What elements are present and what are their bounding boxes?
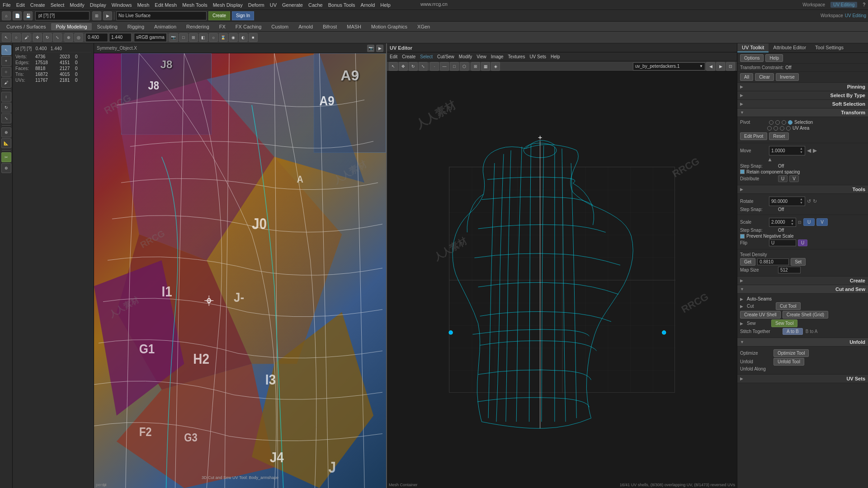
tools-section-header[interactable]: ▶ Tools xyxy=(737,185,868,194)
retain-spacing-check[interactable] xyxy=(740,169,745,174)
uv-menu-uvsets[interactable]: UV Sets xyxy=(529,54,546,59)
tab-uv-toolkit[interactable]: UV Toolkit xyxy=(737,43,769,52)
pivot-radio-2[interactable] xyxy=(775,120,780,125)
pivot-radio-3[interactable] xyxy=(782,120,786,125)
create-uv-shell-btn[interactable]: Create UV Shell xyxy=(740,311,781,319)
pivot-radio-4[interactable] xyxy=(767,126,772,131)
menu-edit-mesh[interactable]: Edit Mesh xyxy=(155,2,177,8)
pivot-radio-1[interactable] xyxy=(769,120,774,125)
move-left-arrow[interactable]: ◀ xyxy=(807,147,811,154)
uv-menu-image[interactable]: Image xyxy=(491,54,504,59)
distribute-v-btn[interactable]: V xyxy=(789,175,799,182)
uv-sets-section-header[interactable]: ▶ UV Sets xyxy=(737,375,868,383)
sew-tool-btn[interactable]: Sew Tool xyxy=(771,319,797,327)
optimize-tool-btn[interactable]: Optimize Tool xyxy=(774,349,809,357)
tab-rendering[interactable]: Rendering xyxy=(182,23,214,30)
scale-v-btn[interactable]: V xyxy=(816,218,828,226)
scale-value[interactable]: 2.0000 xyxy=(771,220,785,225)
move-up-arrow[interactable]: ▲ xyxy=(800,147,803,150)
pivot-radio-5[interactable] xyxy=(774,126,778,131)
uv-grid-icon[interactable]: ⊞ xyxy=(471,62,480,71)
xray-icon[interactable]: ◐ xyxy=(239,33,248,42)
rotate-tool[interactable]: ↻ xyxy=(1,103,11,113)
flip-u-btn[interactable]: U xyxy=(798,239,807,246)
menu-file[interactable]: File xyxy=(3,2,11,8)
uv-menu-modify[interactable]: Modify xyxy=(459,54,472,59)
move-icon[interactable]: ✥ xyxy=(33,33,42,42)
rotate-ccw-btn[interactable]: ↺ xyxy=(807,198,811,204)
select-tool-icon[interactable]: ↖ xyxy=(2,33,11,42)
file-icon[interactable]: 📄 xyxy=(13,11,22,20)
edit-pivot-btn[interactable]: Edit Pivot xyxy=(740,132,767,140)
uv-menu-select[interactable]: Select xyxy=(420,54,433,59)
stitch-a-btn[interactable]: A to B xyxy=(783,328,803,335)
tab-animation[interactable]: Animation xyxy=(150,23,181,30)
uv-scale-icon[interactable]: ⤡ xyxy=(419,62,428,71)
tab-arnold[interactable]: Arnold xyxy=(294,23,317,30)
snap-tool[interactable]: ⊕ xyxy=(1,127,11,137)
move-right-arrow[interactable]: ▶ xyxy=(813,147,817,154)
uv-menu-edit[interactable]: Edit xyxy=(390,54,397,59)
menu-uv[interactable]: UV xyxy=(270,2,277,8)
tab-poly-modeling[interactable]: Poly Modeling xyxy=(51,23,91,30)
sign-in-btn[interactable]: Sign In xyxy=(236,13,250,18)
unfold-tool-btn[interactable]: Unfold Tool xyxy=(774,358,804,366)
uv-fit-icon[interactable]: ⊡ xyxy=(726,62,735,71)
3d-render-icon[interactable]: ▶ xyxy=(376,45,383,52)
scale-down[interactable]: ▼ xyxy=(791,222,794,226)
menu-mesh[interactable]: Mesh xyxy=(137,2,149,8)
distribute-u-btn[interactable]: U xyxy=(778,175,788,182)
move-up-icon[interactable]: ▲ xyxy=(767,156,773,163)
resolution-icon[interactable]: ■ xyxy=(249,33,258,42)
unfold-section-header[interactable]: ▼ Unfold xyxy=(737,338,868,347)
tab-attribute-editor[interactable]: Attribute Editor xyxy=(769,43,811,52)
cam-icon[interactable]: 📷 xyxy=(169,33,178,42)
get-btn[interactable]: Get xyxy=(740,258,755,266)
tab-fx-caching[interactable]: FX Caching xyxy=(231,23,266,30)
menu-display[interactable]: Display xyxy=(90,2,106,8)
clear-btn[interactable]: Clear xyxy=(755,73,774,81)
pivot-radio-selection[interactable] xyxy=(788,120,793,125)
cut-sew-tool[interactable]: ✂ xyxy=(1,152,11,162)
shade-icon[interactable]: ◧ xyxy=(199,33,208,42)
tab-motion-graphics[interactable]: Motion Graphics xyxy=(367,23,412,30)
tab-xgen[interactable]: XGen xyxy=(413,23,434,30)
tab-curves-surfaces[interactable]: Curves / Surfaces xyxy=(2,23,50,30)
menu-bonus-tools[interactable]: Bonus Tools xyxy=(328,2,355,8)
smooth-icon[interactable]: ⌛ xyxy=(219,33,228,42)
menu-windows[interactable]: Windows xyxy=(112,2,132,8)
save-icon[interactable]: 💾 xyxy=(24,11,33,20)
transform-tool[interactable]: + xyxy=(1,56,11,66)
rotate-cw-btn[interactable]: ↻ xyxy=(813,198,817,204)
tab-custom[interactable]: Custom xyxy=(267,23,293,30)
scale-up[interactable]: ▲ xyxy=(791,219,794,222)
lasso-tool[interactable]: ○ xyxy=(1,67,11,77)
pivot-radio-uv-area[interactable] xyxy=(786,126,791,131)
isolate-icon[interactable]: ◉ xyxy=(229,33,238,42)
texel-val[interactable]: 0.8810 xyxy=(760,259,774,264)
help-btn[interactable]: Help xyxy=(765,54,783,62)
rotate-down[interactable]: ▼ xyxy=(800,201,803,205)
set-btn[interactable]: Set xyxy=(791,258,806,266)
tab-bifrost[interactable]: Bifrost xyxy=(318,23,341,30)
menu-mesh-display[interactable]: Mesh Display xyxy=(213,2,243,8)
measure-tool[interactable]: 📐 xyxy=(1,138,11,148)
menu-mesh-tools[interactable]: Mesh Tools xyxy=(182,2,207,8)
rotate-up[interactable]: ▲ xyxy=(800,197,803,201)
select-tool[interactable]: ↖ xyxy=(1,45,11,55)
uv-distort-icon[interactable]: ◈ xyxy=(491,62,500,71)
menu-arnold[interactable]: Arnold xyxy=(360,2,375,8)
uv-texture-nav-prev[interactable]: ◀ xyxy=(706,62,715,71)
cut-tool-btn[interactable]: Cut Tool xyxy=(776,302,801,310)
tab-rigging[interactable]: Rigging xyxy=(123,23,149,30)
uv-menu-help[interactable]: Help xyxy=(551,54,560,59)
3d-cam-icon[interactable]: 📷 xyxy=(367,45,374,52)
tab-sculpting[interactable]: Sculpting xyxy=(93,23,122,30)
menu-select[interactable]: Select xyxy=(51,2,65,8)
transform-section-header[interactable]: ▼ Transform xyxy=(737,108,868,117)
cut-sew-section-header[interactable]: ▼ Cut and Sew xyxy=(737,285,868,294)
uv-checker-icon[interactable]: ▦ xyxy=(481,62,490,71)
menu-create[interactable]: Create xyxy=(30,2,45,8)
uv-texture-nav-next[interactable]: ▶ xyxy=(716,62,725,71)
display-mode-icon[interactable]: □ xyxy=(179,33,188,42)
